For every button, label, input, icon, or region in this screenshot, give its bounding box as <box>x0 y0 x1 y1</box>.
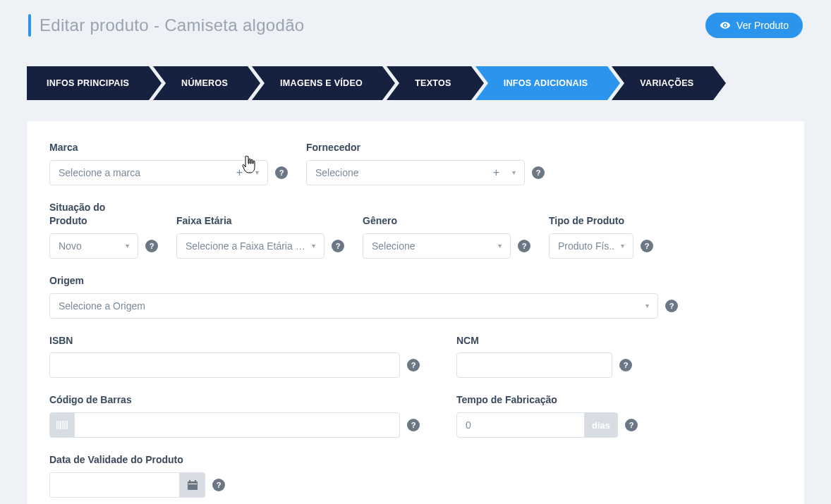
view-product-button[interactable]: Ver Produto <box>705 13 803 38</box>
svg-rect-0 <box>56 421 58 429</box>
help-icon[interactable]: ? <box>665 300 678 312</box>
chevron-down-icon: ▾ <box>312 242 315 250</box>
codigo-barras-input[interactable] <box>75 412 400 438</box>
step-nav: INFOS PRINCIPAIS NÚMEROS IMAGENS E VÍDEO… <box>7 45 824 100</box>
help-icon[interactable]: ? <box>212 479 225 491</box>
genero-select[interactable]: Selecione ▾ <box>363 233 511 259</box>
validade-label: Data de Validade do Produto <box>49 453 225 467</box>
chevron-down-icon: ▾ <box>498 242 502 250</box>
dias-unit: dias <box>585 412 618 438</box>
tempo-fab-value: 0 <box>466 419 471 431</box>
help-icon[interactable]: ? <box>332 240 344 252</box>
view-product-label: Ver Produto <box>736 20 789 31</box>
help-icon[interactable]: ? <box>407 419 420 431</box>
faixa-select[interactable]: Selecione a Faixa Etária do... ▾ <box>176 233 324 259</box>
step-numeros[interactable]: NÚMEROS <box>153 66 248 100</box>
ncm-label: NCM <box>456 334 632 348</box>
svg-rect-10 <box>188 484 197 484</box>
fornecedor-placeholder: Selecione <box>315 167 359 178</box>
codigo-barras-label: Código de Barras <box>49 393 420 407</box>
eye-icon <box>720 20 731 31</box>
calendar-icon[interactable] <box>180 472 205 498</box>
isbn-label: ISBN <box>49 334 420 348</box>
chevron-down-icon: ▾ <box>512 168 516 176</box>
page-title: Editar produto - Camiseta algodão <box>40 16 304 35</box>
svg-rect-5 <box>66 421 66 429</box>
genero-placeholder: Selecione <box>372 240 416 252</box>
svg-rect-4 <box>63 421 65 429</box>
help-icon[interactable]: ? <box>625 419 638 431</box>
origem-label: Origem <box>49 274 678 288</box>
ncm-input[interactable] <box>456 352 612 378</box>
chevron-down-icon: ▾ <box>126 242 129 250</box>
faixa-label: Faixa Etária <box>176 214 344 228</box>
step-infos-adicionais[interactable]: INFOS ADICIONAIS <box>475 66 608 100</box>
step-label: INFOS ADICIONAIS <box>504 78 588 88</box>
faixa-placeholder: Selecione a Faixa Etária do... <box>186 240 305 252</box>
tipo-value: Produto Fís... <box>558 240 615 252</box>
chevron-down-icon: ▾ <box>255 168 259 176</box>
isbn-input[interactable] <box>49 352 400 378</box>
step-label: TEXTOS <box>415 78 451 88</box>
step-label: NÚMEROS <box>181 78 228 88</box>
validade-input[interactable] <box>49 472 180 498</box>
situacao-select[interactable]: Novo ▾ <box>49 233 138 259</box>
marca-placeholder: Selecione a marca <box>59 167 140 178</box>
marca-select[interactable]: Selecione a marca +▾ <box>49 160 268 185</box>
help-icon[interactable]: ? <box>407 359 420 371</box>
help-icon[interactable]: ? <box>518 240 530 252</box>
situacao-label: Situação do Produto <box>49 201 127 228</box>
plus-icon: + <box>236 166 243 179</box>
origem-select[interactable]: Selecione a Origem ▾ <box>49 293 658 319</box>
help-icon[interactable]: ? <box>275 166 288 179</box>
svg-rect-8 <box>189 480 190 483</box>
genero-label: Gênero <box>363 214 530 228</box>
origem-placeholder: Selecione a Origem <box>59 300 145 312</box>
tipo-select[interactable]: Produto Fís... ▾ <box>549 233 633 259</box>
tipo-label: Tipo de Produto <box>549 214 653 228</box>
chevron-down-icon: ▾ <box>645 302 649 309</box>
plus-icon: + <box>493 166 499 179</box>
marca-label: Marca <box>49 141 288 154</box>
svg-rect-9 <box>195 480 196 483</box>
step-variacoes[interactable]: VARIAÇÕES <box>612 66 713 100</box>
help-icon[interactable]: ? <box>641 240 653 252</box>
step-textos[interactable]: TEXTOS <box>387 66 471 100</box>
step-label: INFOS PRINCIPAIS <box>47 78 129 88</box>
tempo-fab-input[interactable]: 0 <box>456 412 585 438</box>
tempo-fab-label: Tempo de Fabricação <box>456 393 638 407</box>
svg-rect-3 <box>62 421 63 429</box>
svg-rect-2 <box>60 421 61 429</box>
barcode-icon <box>49 412 75 438</box>
step-infos-principais[interactable]: INFOS PRINCIPAIS <box>27 66 149 100</box>
help-icon[interactable]: ? <box>145 240 158 252</box>
step-label: VARIAÇÕES <box>640 78 693 88</box>
title-accent-bar <box>28 14 31 37</box>
situacao-value: Novo <box>59 240 82 252</box>
help-icon[interactable]: ? <box>532 166 545 179</box>
svg-rect-1 <box>59 421 59 429</box>
fornecedor-select[interactable]: Selecione +▾ <box>306 160 525 185</box>
fornecedor-label: Fornecedor <box>306 141 545 154</box>
step-label: IMAGENS E VÍDEO <box>280 78 363 88</box>
chevron-down-icon: ▾ <box>621 242 624 250</box>
step-imagens-video[interactable]: IMAGENS E VÍDEO <box>252 66 382 100</box>
svg-rect-6 <box>67 421 68 429</box>
help-icon[interactable]: ? <box>619 359 632 371</box>
